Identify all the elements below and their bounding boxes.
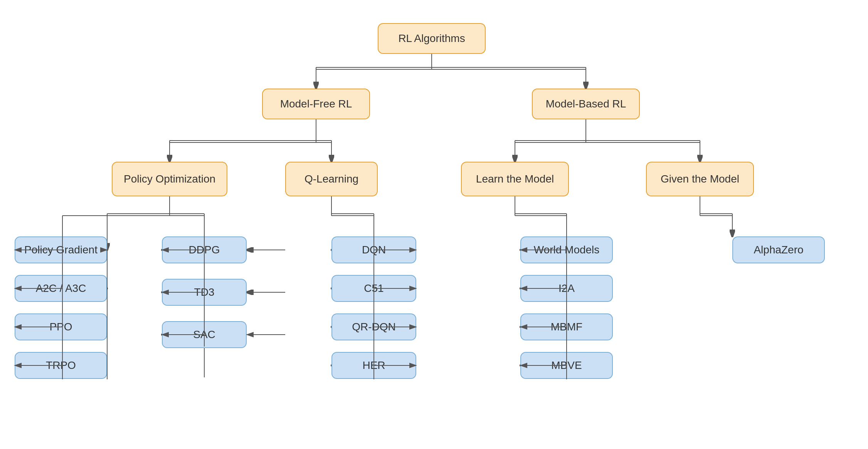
node-given-model: Given the Model [646,162,754,196]
node-ddpg: DDPG [162,236,247,263]
node-dqn: DQN [331,236,416,263]
node-rl-algorithms: RL Algorithms [378,23,486,54]
node-model-free: Model-Free RL [262,89,370,119]
connectors [0,0,868,449]
node-c51: C51 [331,275,416,302]
rl-diagram: RL Algorithms Model-Free RL Model-Based … [0,0,868,449]
node-model-based: Model-Based RL [532,89,640,119]
node-sac: SAC [162,321,247,348]
node-world-models: World Models [520,236,613,263]
node-ppo: PPO [15,313,107,340]
node-policy-opt: Policy Optimization [112,162,227,196]
node-i2a: I2A [520,275,613,302]
node-mbmf: MBMF [520,313,613,340]
node-td3: TD3 [162,279,247,306]
node-qr-dqn: QR-DQN [331,313,416,340]
node-policy-gradient: Policy Gradient [15,236,107,263]
node-mbve: MBVE [520,352,613,379]
node-trpo: TRPO [15,352,107,379]
node-her: HER [331,352,416,379]
node-q-learning: Q-Learning [285,162,378,196]
node-a2c-a3c: A2C / A3C [15,275,107,302]
node-alphazero: AlphaZero [732,236,825,263]
node-learn-model: Learn the Model [461,162,569,196]
arrows-overlay [0,0,868,449]
